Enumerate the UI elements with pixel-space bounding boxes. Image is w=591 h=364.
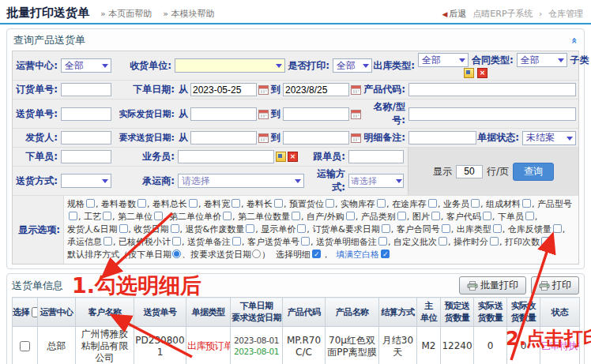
display-option-checkbox[interactable] [428,199,437,208]
doc-type: 出库预订单 [186,327,231,364]
page-help-link[interactable]: » 本页面帮助 [100,8,152,20]
grid-header-10: 预定送货数量 [441,298,474,327]
display-option-checkbox[interactable] [232,199,240,208]
actual-ship-date-label: 实际发货日期: [111,108,178,120]
grid-header-1: 运营中心 [38,298,76,327]
order-no-input[interactable] [61,83,111,96]
actual-ship-date-to-input[interactable] [283,107,349,121]
doc-status-label: 单据状态: [476,131,522,144]
display-option-checkbox[interactable] [493,224,502,233]
display-option-checkbox[interactable] [274,199,283,208]
delivery-no-input[interactable] [61,107,111,121]
display-option-checkbox[interactable] [397,212,406,220]
detail-remark-input[interactable] [408,131,476,144]
display-option-checkbox[interactable] [471,199,480,208]
select-all-checkbox[interactable] [32,307,38,317]
picker-icon[interactable] [464,68,474,78]
carrier-label: 承运商: [111,174,178,188]
calendar-icon[interactable] [258,133,269,143]
clear-icon[interactable]: × [477,68,487,78]
display-option-checkbox[interactable] [553,224,562,233]
required-date-to-input[interactable] [283,131,349,144]
display-option-checkbox[interactable] [442,224,450,233]
print-button[interactable]: 打印 [531,276,579,295]
doc-status-select[interactable]: 未结案 [522,131,576,145]
display-option-checkbox[interactable] [439,237,447,246]
order-clerk-input[interactable] [61,150,111,163]
display-option-checkbox[interactable] [137,199,146,208]
display-option-checkbox[interactable] [382,224,390,233]
calendar-icon[interactable] [351,133,361,143]
contract-type-select[interactable]: 全部 [517,53,567,67]
display-option-checkbox[interactable] [522,199,531,208]
delivery-method-select[interactable] [61,174,111,188]
printed-label: 是否打印: [285,59,333,73]
product-code-input[interactable] [408,83,576,96]
module-help-link[interactable]: » 本模块帮助 [163,8,214,20]
search-button[interactable]: 查询 [513,163,554,181]
display-option-checkbox[interactable] [346,212,355,220]
salesman-input[interactable] [178,150,274,163]
name-model-input[interactable] [408,107,576,121]
sort-radio[interactable] [172,250,181,258]
calendar-icon[interactable] [258,109,269,119]
display-option-checkbox[interactable] [154,212,163,220]
display-option-checkbox[interactable] [326,199,334,208]
printed-select[interactable]: 全部 [333,58,372,73]
outbound-type-select[interactable]: 全部 [418,53,469,67]
shipper-input[interactable] [61,131,111,144]
option-tail-checkbox[interactable] [312,250,321,258]
calendar-icon[interactable] [351,84,361,95]
follower-input[interactable] [348,150,404,163]
display-option-checkbox[interactable] [223,212,232,220]
row-select-checkbox[interactable] [20,341,30,351]
option-tail-checkbox[interactable] [381,250,390,258]
transport-select[interactable]: 请选择 [348,174,404,188]
display-option-checkbox[interactable] [541,237,550,246]
order-date-from-input[interactable] [190,83,257,96]
calendar-icon[interactable] [258,84,269,95]
delivery-row: 总部广州博雅胶粘制品有限公司PD2308001出库预订单2023-08-0120… [13,327,580,364]
display-option-checkbox[interactable] [297,224,306,233]
sort-radio[interactable] [252,250,261,258]
display-option-checkbox[interactable] [232,237,241,246]
display-option-checkbox[interactable] [69,212,77,220]
batch-print-button[interactable]: 批量打印 [459,276,526,295]
display-option-checkbox[interactable] [483,212,491,220]
display-option-checkbox[interactable] [103,212,111,220]
display-option-checkbox[interactable] [172,237,181,246]
display-option-checkbox[interactable] [86,199,95,208]
unit: M2 [417,327,441,364]
sort-label: ） [262,250,276,260]
display-option-checkbox[interactable] [377,199,386,208]
required-date-from-input[interactable] [190,131,257,144]
display-option-checkbox[interactable] [292,212,300,220]
breadcrumb-module[interactable]: 仓库管理 [548,9,583,19]
display-option-checkbox[interactable] [378,237,387,246]
actual-ship-date-from-input[interactable] [190,107,257,121]
calendar-icon[interactable] [351,109,361,119]
picker-icon[interactable] [276,152,286,162]
order-date-to-input[interactable] [283,83,349,96]
back-button[interactable]: ◀后退 [442,8,466,20]
product-code: MP.R70C/C [283,327,326,364]
breadcrumb-system[interactable]: 点晴ERP子系统 [472,9,533,19]
display-option-checkbox[interactable] [246,224,254,233]
carrier-select[interactable]: 请选择 [178,174,304,188]
display-option-checkbox[interactable] [171,224,179,233]
display-option-checkbox[interactable] [490,237,499,246]
display-option-checkbox[interactable] [189,199,198,208]
page-size-input[interactable] [456,165,483,178]
display-option-label: 收货日期 [134,224,169,235]
clear-icon[interactable]: × [288,152,298,162]
display-option-checkbox[interactable] [119,224,128,233]
display-option-checkbox[interactable] [525,212,534,220]
display-option-checkbox[interactable] [104,237,112,246]
collapse-icon[interactable]: « [568,37,580,43]
display-option-label: 卷料卷数 [101,199,136,209]
operation-center-select[interactable]: 全部 [61,58,111,73]
display-option-checkbox[interactable] [431,212,440,220]
display-option-checkbox[interactable] [301,237,310,246]
receiver-combo[interactable] [175,58,285,73]
chevron-down-icon [567,137,573,144]
